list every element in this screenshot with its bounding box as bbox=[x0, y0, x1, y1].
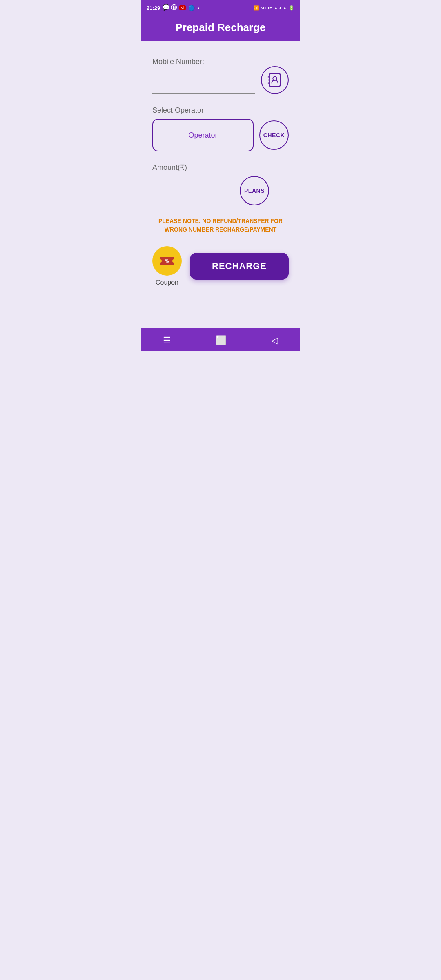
main-content: Mobile Number: Select Opera bbox=[141, 41, 300, 328]
status-icons: 💬 Ⓑ bbox=[163, 4, 177, 11]
battery-icon: 🔋 bbox=[289, 5, 294, 11]
nav-back-icon[interactable]: ◁ bbox=[271, 335, 278, 346]
plans-button[interactable]: PLANS bbox=[240, 176, 269, 205]
status-dot2: • bbox=[197, 5, 199, 11]
volte-icon: VoLTE bbox=[261, 6, 272, 10]
check-button[interactable]: CHECK bbox=[259, 120, 289, 150]
amount-row: PLANS bbox=[152, 176, 289, 205]
operator-label: Select Operator bbox=[152, 106, 289, 115]
page-title: Prepaid Recharge bbox=[149, 21, 292, 34]
status-left: 21:29 💬 Ⓑ Vi 🔵 • bbox=[147, 4, 199, 11]
signal-icon: ▲▲▲ bbox=[274, 5, 287, 10]
contacts-icon bbox=[267, 72, 283, 88]
vi-badge: Vi bbox=[179, 5, 186, 10]
plans-label: PLANS bbox=[244, 187, 265, 194]
mobile-number-input[interactable] bbox=[152, 80, 255, 94]
amount-input[interactable] bbox=[152, 191, 234, 205]
app-header: Prepaid Recharge bbox=[141, 16, 300, 41]
operator-dropdown[interactable]: Operator Airtel Jio Vi BSNL bbox=[152, 119, 254, 151]
operator-row: Operator Airtel Jio Vi BSNL CHECK bbox=[152, 119, 289, 151]
nav-menu-icon[interactable]: ☰ bbox=[163, 335, 171, 346]
status-bar: 21:29 💬 Ⓑ Vi 🔵 • 📶 VoLTE ▲▲▲ 🔋 bbox=[141, 0, 300, 16]
coupon-button[interactable]: % Coupon bbox=[152, 246, 182, 286]
actions-row: % Coupon RECHARGE bbox=[152, 246, 289, 286]
check-label: CHECK bbox=[263, 132, 285, 138]
nav-home-icon[interactable]: ⬜ bbox=[216, 335, 227, 346]
nav-bar: ☰ ⬜ ◁ bbox=[141, 328, 300, 351]
recharge-button[interactable]: RECHARGE bbox=[190, 253, 289, 280]
status-time: 21:29 bbox=[147, 5, 160, 11]
recharge-label: RECHARGE bbox=[212, 261, 267, 271]
operator-section: Select Operator Operator Airtel Jio Vi B… bbox=[152, 106, 289, 151]
notice-text: PLEASE NOTE: NO REFUND/TRANSFER FOR WRON… bbox=[152, 217, 289, 234]
status-dot: 🔵 bbox=[188, 5, 195, 11]
wifi-icon: 📶 bbox=[254, 5, 259, 11]
coupon-label: Coupon bbox=[156, 279, 178, 286]
mobile-number-section: Mobile Number: bbox=[152, 58, 289, 94]
amount-label: Amount(₹) bbox=[152, 163, 289, 172]
status-right: 📶 VoLTE ▲▲▲ 🔋 bbox=[254, 5, 294, 11]
mobile-number-label: Mobile Number: bbox=[152, 58, 204, 66]
coupon-circle: % bbox=[152, 246, 182, 276]
coupon-icon: % bbox=[160, 256, 174, 266]
amount-section: Amount(₹) PLANS bbox=[152, 163, 289, 205]
contacts-button[interactable] bbox=[261, 66, 289, 94]
mobile-input-row bbox=[152, 66, 289, 94]
svg-text:%: % bbox=[165, 259, 169, 263]
